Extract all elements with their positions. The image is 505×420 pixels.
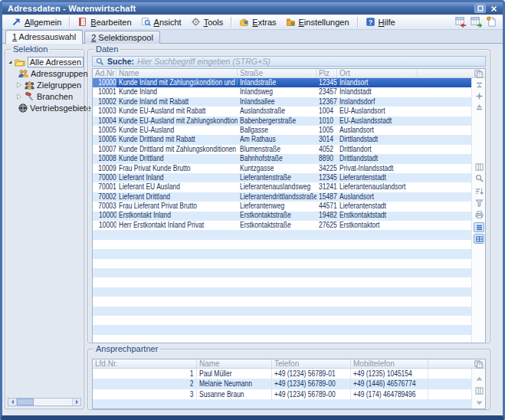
filter-icon[interactable] <box>474 198 484 208</box>
selection-groupbox: Selektion Alle Adressen Adressgruppen Zi… <box>5 49 84 409</box>
view-magnifier-icon <box>141 17 151 27</box>
table-import-icon[interactable] <box>469 15 483 28</box>
app-window: Adressdaten - Warenwirtschaft Allgemein … <box>0 0 505 420</box>
scroll-up-icon[interactable] <box>474 102 484 112</box>
selection-horizontal-scrollbar[interactable] <box>8 398 81 406</box>
menu-tools[interactable]: Tools <box>186 15 228 28</box>
tree-node-zielgruppen[interactable]: Zielgruppen <box>5 79 84 90</box>
contacts-groupbox: Ansprechpartner Lfd.Nr. Name Telefon Mob… <box>87 349 490 410</box>
address-table-header: Ad.Nr Name Straße Plz Ort <box>93 69 485 78</box>
address-row[interactable]: 10009 Frau Privat Kunde Brutto Kuntzgass… <box>93 164 471 173</box>
gear-icon <box>191 17 201 27</box>
selection-tree: Alle Adressen Adressgruppen Zielgruppen … <box>5 56 84 113</box>
column-header-adnr[interactable]: Ad.Nr <box>93 69 116 77</box>
globe-icon <box>18 103 28 113</box>
sort-icon[interactable] <box>474 186 484 196</box>
grid-view-icon[interactable] <box>474 234 484 244</box>
list-view-icon[interactable] <box>474 222 484 232</box>
tree-node-adressgruppen[interactable]: Adressgruppen <box>5 67 84 79</box>
address-row[interactable]: 10008 Kunde Drittland Bahnhofstraße 8890… <box>93 154 471 163</box>
search-bar[interactable]: Suche: Hier Suchbegriff eingeben (STRG+S… <box>92 56 486 67</box>
contact-row[interactable]: 1 Paul Müller +49 (1234) 56789-01 +49 (1… <box>93 369 471 379</box>
address-row[interactable]: 70002 Lieferant Drittland Lieferantendri… <box>93 192 471 202</box>
column-header-strasse[interactable]: Straße <box>238 69 316 77</box>
tree-collapsed-icon[interactable] <box>16 82 22 88</box>
menu-separator <box>231 17 231 28</box>
column-header-name[interactable]: Name <box>116 69 238 77</box>
menubar: Allgemein Bearbeiten Ansicht Tools Extra… <box>2 15 503 30</box>
settings-folder-icon <box>286 17 296 27</box>
titlebar[interactable]: Adressdaten - Warenwirtschaft <box>2 2 503 15</box>
scroll-top-icon[interactable] <box>474 80 484 90</box>
locate-icon[interactable] <box>474 91 484 101</box>
contacts-table-header: Lfd.Nr. Name Telefon Mobiltelefon <box>93 359 485 369</box>
columns-icon[interactable] <box>474 162 484 172</box>
column-header-plz[interactable]: Plz <box>316 69 337 77</box>
address-row[interactable]: 100001 Herr Erstkontakt Inland Privat Er… <box>93 221 471 230</box>
main-content: Selektion Alle Adressen Adressgruppen Zi… <box>2 44 503 415</box>
tab-adressauswahl[interactable]: 1 Adressauswahl <box>5 30 83 44</box>
scrollbar-thumb[interactable] <box>17 399 34 405</box>
people-pair-icon <box>18 69 28 78</box>
address-row[interactable]: 10001 Kunde Inland Inlandsweg 23457 Inla… <box>93 87 471 97</box>
address-row[interactable]: 10003 Kunde EU-Ausland mit Rabatt Auslan… <box>93 107 471 116</box>
search-label: Suche: <box>107 57 134 66</box>
address-row[interactable]: 10005 Kunde EU-Ausland Ballgasse 1005 Au… <box>93 126 471 135</box>
tree-node-alle-adressen[interactable]: Alle Adressen <box>5 56 84 67</box>
address-table: Ad.Nr Name Straße Plz Ort 10000 Kunde In… <box>92 68 486 343</box>
menu-ansicht[interactable]: Ansicht <box>136 15 186 28</box>
restore-window-icon[interactable] <box>474 4 486 13</box>
copy-grid-icon[interactable] <box>473 69 484 78</box>
contact-row[interactable]: 2 Melanie Neumann +49 (1234) 56789-00 +4… <box>93 379 471 389</box>
tree-node-branchen[interactable]: Branchen <box>5 90 84 102</box>
address-row[interactable]: 70000 Lieferant Inland Lieferantenstraße… <box>93 173 471 182</box>
scroll-right-icon[interactable] <box>72 399 80 405</box>
copy-grid-icon[interactable] <box>473 359 484 369</box>
column-header-telefon[interactable]: Telefon <box>272 359 351 368</box>
table-export-icon[interactable] <box>454 15 467 28</box>
column-header-kname[interactable]: Name <box>197 359 272 368</box>
tab-selektionspool[interactable]: 2 Selektionspool <box>84 31 160 44</box>
print-icon[interactable] <box>474 209 484 219</box>
column-header-ort[interactable]: Ort <box>337 69 418 77</box>
scroll-left-icon[interactable] <box>8 399 17 405</box>
address-row[interactable]: 100000 Erstkontakt Inland Erstkontaktstr… <box>93 211 471 220</box>
tab-strip: 1 Adressauswahl 2 Selektionspool <box>2 30 503 44</box>
column-header-mobiltelefon[interactable]: Mobiltelefon <box>351 359 428 368</box>
address-row[interactable]: 70003 Frau Lieferant Privat Brutto Liefe… <box>93 202 471 211</box>
contacts-group-title: Ansprechpartner <box>93 344 160 353</box>
search-icon[interactable] <box>474 173 484 183</box>
svg-text:?: ? <box>368 18 372 26</box>
people-group-icon <box>25 80 34 90</box>
tree-node-vertriebsgebiete[interactable]: Vertriebsgebiete <box>5 102 84 113</box>
tree-collapsed-icon[interactable] <box>16 94 22 100</box>
columns-icon[interactable] <box>474 386 484 395</box>
tree-expanded-icon[interactable] <box>8 59 12 65</box>
search-input[interactable]: Hier Suchbegriff eingeben (STRG+S) <box>137 57 271 66</box>
menu-hilfe[interactable]: ? Hilfe <box>361 15 400 28</box>
contact-row[interactable]: 3 Susanne Braun +49 (1234) 56789-00 +49 … <box>93 389 471 399</box>
address-row[interactable]: 10007 Kunde Drittland mit Zahlungskondit… <box>93 145 471 154</box>
address-row[interactable]: 10004 Kunde EU-Ausland mit Zahlungskondt… <box>93 116 471 126</box>
table-toolstrip <box>471 78 485 343</box>
scroll-up-icon[interactable] <box>474 373 484 383</box>
menu-allgemein[interactable]: Allgemein <box>7 15 66 28</box>
data-group-title: Daten <box>93 44 120 54</box>
menu-separator <box>69 17 70 28</box>
contacts-table-body: 1 Paul Müller +49 (1234) 56789-01 +49 (1… <box>93 369 471 409</box>
menu-extras[interactable]: Extras <box>234 15 280 28</box>
column-header-lfdnr[interactable]: Lfd.Nr. <box>93 359 197 368</box>
address-row[interactable]: 10002 Kunde Inland mit Rabatt Inlandsall… <box>93 97 471 107</box>
menu-einstellungen[interactable]: Einstellungen <box>281 15 354 28</box>
scroll-down-icon[interactable] <box>474 398 484 408</box>
new-page-icon[interactable] <box>484 15 498 28</box>
address-row[interactable]: 10006 Kunde Drittland mit Rabatt Am Rath… <box>93 135 471 144</box>
open-folder-icon <box>15 57 25 67</box>
address-row[interactable]: 70001 Lieferant EU Ausland Lieferantenau… <box>93 182 471 192</box>
contacts-toolstrip <box>471 369 485 409</box>
close-window-icon[interactable] <box>488 4 500 13</box>
search-icon <box>96 57 104 66</box>
menu-bearbeiten[interactable]: Bearbeiten <box>73 15 136 28</box>
address-row[interactable]: 10000 Kunde Inland mit Zahlungskondition… <box>93 78 471 87</box>
menu-separator <box>357 17 358 28</box>
